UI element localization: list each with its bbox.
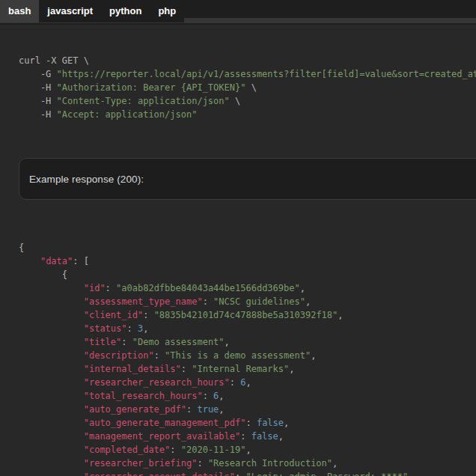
code-line: "total_research_hours": 6, bbox=[19, 389, 413, 403]
code-line: { bbox=[19, 268, 413, 281]
code-line: -H "Content-Type: application/json" \ bbox=[19, 94, 476, 108]
tab-python[interactable]: python bbox=[101, 0, 150, 22]
code-line: "researcher_research_hours": 6, bbox=[19, 376, 413, 389]
code-line: "auto_generate_management_pdf": false, bbox=[19, 416, 413, 430]
code-line: "completed_date": "2020-11-19", bbox=[19, 443, 413, 457]
tab-javascript[interactable]: javascript bbox=[39, 0, 101, 22]
example-response-label: Example response (200): bbox=[29, 174, 144, 185]
code-line: -H "Accept: application/json" bbox=[19, 108, 476, 121]
code-line: "data": [ bbox=[19, 254, 413, 268]
language-tabs: bash javascript python php bbox=[0, 0, 476, 22]
code-line: "status": 3, bbox=[19, 322, 413, 335]
code-line: "assessment_type_name": "NCSC guidelines… bbox=[19, 295, 413, 308]
code-line: "internal_details": "Internal Remarks", bbox=[19, 362, 413, 376]
code-line: "id": "a0ab82dfbbe84043a44be1566dd369be"… bbox=[19, 281, 413, 295]
tab-bash[interactable]: bash bbox=[0, 0, 39, 22]
code-line: "auto_generate_pdf": true, bbox=[19, 403, 413, 416]
code-line: "researcher_account_details": "Login: ad… bbox=[19, 470, 413, 476]
json-response-code-block: { "data": [ { "id": "a0ab82dfbbe84043a44… bbox=[19, 241, 413, 476]
language-tab-bar: bash javascript python php bbox=[0, 0, 476, 25]
code-line: { bbox=[19, 241, 413, 254]
curl-request-code-block: curl -X GET \ -G "https://reporter.local… bbox=[19, 54, 476, 121]
example-response-panel: Example response (200): bbox=[19, 158, 476, 200]
code-line: "description": "This is a demo assessmen… bbox=[19, 349, 413, 362]
code-line: "researcher_briefing": "Research Introdu… bbox=[19, 457, 413, 470]
code-line: "title": "Demo assessment", bbox=[19, 335, 413, 349]
code-line: -G "https://reporter.local/api/v1/assess… bbox=[19, 67, 476, 81]
code-line: -H "Authorization: Bearer {API_TOKEN}" \ bbox=[19, 81, 476, 94]
code-line: curl -X GET \ bbox=[19, 54, 476, 67]
code-line: "client_id": "8835b42101d74c47888be5a310… bbox=[19, 308, 413, 322]
api-docs-page: { "tabs": [ {"label": "bash", "active": … bbox=[0, 0, 476, 476]
code-line: "management_report_available": false, bbox=[19, 430, 413, 443]
tab-php[interactable]: php bbox=[150, 0, 184, 22]
